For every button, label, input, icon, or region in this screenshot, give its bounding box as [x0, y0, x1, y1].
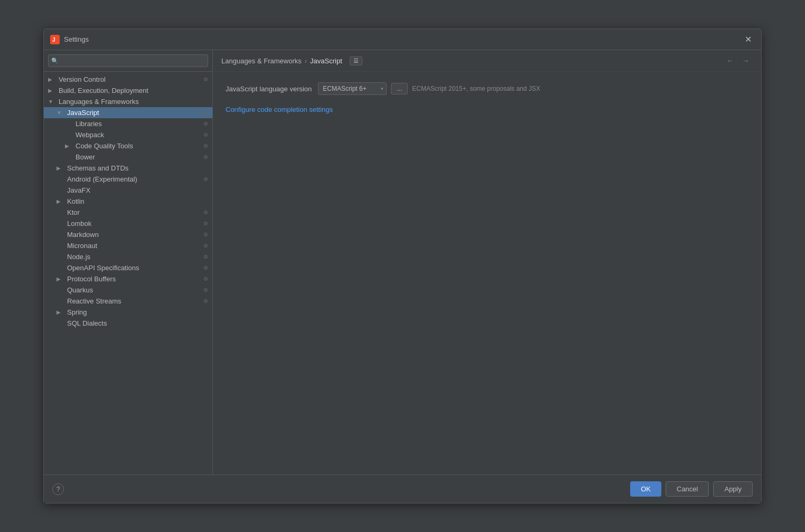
footer-right: OK Cancel Apply — [630, 481, 753, 497]
search-wrapper: 🔍 — [48, 54, 208, 67]
sidebar-item-android-experimental[interactable]: Android (Experimental) ⚙ — [44, 174, 212, 185]
configure-code-completion-link[interactable]: Configure code completion settings — [226, 106, 333, 113]
cancel-button[interactable]: Cancel — [666, 481, 709, 497]
sidebar-item-lombok[interactable]: Lombok ⚙ — [44, 218, 212, 229]
help-button[interactable]: ? — [52, 483, 64, 495]
gear-icon: ⚙ — [203, 121, 208, 127]
sidebar-item-version-control[interactable]: ▶ Version Control ⚙ — [44, 74, 212, 85]
sidebar-item-javascript[interactable]: ▼ JavaScript ⚙ — [44, 107, 212, 118]
titlebar: J Settings ✕ — [44, 29, 761, 50]
sidebar-item-label: JavaFX — [67, 186, 208, 194]
right-panel: Languages & Frameworks › JavaScript ☰ ← … — [213, 50, 761, 474]
gear-icon: ⚙ — [203, 77, 208, 82]
nav-forward-button[interactable]: → — [739, 55, 753, 66]
gear-icon: ⚙ — [203, 154, 208, 160]
gear-icon: ⚙ — [203, 287, 208, 293]
version-description: ECMAScript 2015+, some proposals and JSX — [412, 85, 540, 92]
sidebar-item-label: Protocol Buffers — [67, 275, 203, 283]
setting-label: JavaScript language version — [226, 85, 312, 93]
version-select[interactable]: ECMAScript 6+ ECMAScript 5.1 ECMAScript … — [318, 82, 387, 95]
ok-button[interactable]: OK — [630, 481, 661, 497]
sidebar-tree: ▶ Version Control ⚙ ▶ Build, Execution, … — [44, 72, 212, 474]
expand-icon: ▶ — [57, 198, 65, 204]
app-icon: J — [50, 35, 60, 44]
breadcrumb-current: JavaScript — [310, 57, 342, 65]
search-icon: 🔍 — [51, 58, 59, 64]
panel-header: Languages & Frameworks › JavaScript ☰ ← … — [213, 50, 761, 72]
sidebar-item-protocol-buffers[interactable]: ▶ Protocol Buffers ⚙ — [44, 273, 212, 284]
sidebar-item-languages-frameworks[interactable]: ▼ Languages & Frameworks — [44, 96, 212, 107]
sidebar-item-label: Bower — [76, 153, 203, 161]
sidebar-item-code-quality-tools[interactable]: ▶ Code Quality Tools ⚙ — [44, 140, 212, 151]
sidebar-item-label: Micronaut — [67, 242, 203, 250]
sidebar-item-label: Node.js — [67, 253, 203, 261]
gear-icon: ⚙ — [203, 176, 208, 182]
version-select-wrapper: ECMAScript 6+ ECMAScript 5.1 ECMAScript … — [318, 82, 540, 95]
expand-icon: ▼ — [48, 99, 57, 104]
sidebar-item-label: Code Quality Tools — [76, 142, 203, 150]
gear-icon: ⚙ — [203, 243, 208, 249]
gear-icon: ⚙ — [203, 232, 208, 238]
sidebar: 🔍 ▶ Version Control ⚙ ▶ Build, Execution… — [44, 50, 213, 474]
sidebar-item-label: Libraries — [76, 120, 203, 128]
settings-dialog: J Settings ✕ 🔍 ▶ Version Control ⚙ — [43, 28, 762, 504]
sidebar-item-micronaut[interactable]: Micronaut ⚙ — [44, 240, 212, 251]
breadcrumb-separator: › — [305, 57, 307, 65]
sidebar-item-kotlin[interactable]: ▶ Kotlin — [44, 196, 212, 207]
expand-icon: ▶ — [48, 77, 57, 82]
expand-icon: ▶ — [57, 165, 65, 171]
sidebar-item-sql-dialects[interactable]: SQL Dialects — [44, 318, 212, 329]
gear-icon: ⚙ — [203, 298, 208, 304]
apply-button[interactable]: Apply — [713, 481, 753, 497]
sidebar-item-label: JavaScript — [67, 109, 203, 117]
search-input[interactable] — [48, 54, 208, 67]
gear-icon: ⚙ — [203, 210, 208, 215]
sidebar-item-bower[interactable]: Bower ⚙ — [44, 151, 212, 163]
panel-body: JavaScript language version ECMAScript 6… — [213, 72, 761, 474]
bookmark-button[interactable]: ☰ — [350, 56, 362, 65]
sidebar-item-label: Languages & Frameworks — [59, 98, 208, 106]
sidebar-item-reactive-streams[interactable]: Reactive Streams ⚙ — [44, 296, 212, 307]
nav-back-button[interactable]: ← — [723, 55, 737, 66]
sidebar-item-webpack[interactable]: Webpack ⚙ — [44, 129, 212, 140]
sidebar-item-label: Lombok — [67, 220, 203, 227]
gear-icon: ⚙ — [203, 143, 208, 149]
expand-icon: ▶ — [48, 88, 57, 93]
sidebar-item-spring[interactable]: ▶ Spring — [44, 307, 212, 318]
sidebar-item-label: Android (Experimental) — [67, 175, 203, 183]
sidebar-item-javafx[interactable]: JavaFX — [44, 185, 212, 196]
setting-row-version: JavaScript language version ECMAScript 6… — [226, 82, 748, 95]
expand-icon: ▼ — [57, 110, 65, 116]
sidebar-item-schemas-and-dtds[interactable]: ▶ Schemas and DTDs — [44, 163, 212, 174]
more-options-button[interactable]: ... — [391, 83, 408, 94]
sidebar-item-label: Schemas and DTDs — [67, 164, 208, 172]
search-box: 🔍 — [44, 50, 212, 72]
close-button[interactable]: ✕ — [742, 33, 755, 45]
svg-text:J: J — [52, 37, 55, 43]
select-wrapper: ECMAScript 6+ ECMAScript 5.1 ECMAScript … — [318, 82, 387, 95]
main-content: 🔍 ▶ Version Control ⚙ ▶ Build, Execution… — [44, 50, 761, 474]
gear-icon: ⚙ — [203, 132, 208, 138]
sidebar-item-quarkus[interactable]: Quarkus ⚙ — [44, 284, 212, 296]
sidebar-item-build-execution-deployment[interactable]: ▶ Build, Execution, Deployment — [44, 85, 212, 96]
breadcrumb: Languages & Frameworks › JavaScript ☰ — [221, 56, 362, 65]
gear-icon: ⚙ — [203, 221, 208, 226]
sidebar-item-label: SQL Dialects — [67, 319, 208, 327]
sidebar-item-label: Webpack — [76, 131, 203, 139]
sidebar-item-libraries[interactable]: Libraries ⚙ — [44, 118, 212, 129]
sidebar-item-nodejs[interactable]: Node.js ⚙ — [44, 251, 212, 262]
gear-icon: ⚙ — [203, 276, 208, 282]
dialog-footer: ? OK Cancel Apply — [44, 474, 761, 503]
titlebar-title: Settings — [64, 35, 89, 43]
sidebar-item-openapi-specifications[interactable]: OpenAPI Specifications ⚙ — [44, 262, 212, 273]
sidebar-item-ktor[interactable]: Ktor ⚙ — [44, 207, 212, 218]
sidebar-item-label: Ktor — [67, 208, 203, 216]
expand-icon: ▶ — [57, 276, 65, 282]
sidebar-item-label: Version Control — [59, 75, 203, 83]
sidebar-item-markdown[interactable]: Markdown ⚙ — [44, 229, 212, 240]
panel-nav: ← → — [723, 55, 753, 66]
sidebar-item-label: Build, Execution, Deployment — [59, 87, 208, 94]
footer-left: ? — [52, 483, 64, 495]
titlebar-left: J Settings — [50, 35, 89, 44]
sidebar-item-label: Quarkus — [67, 286, 203, 294]
